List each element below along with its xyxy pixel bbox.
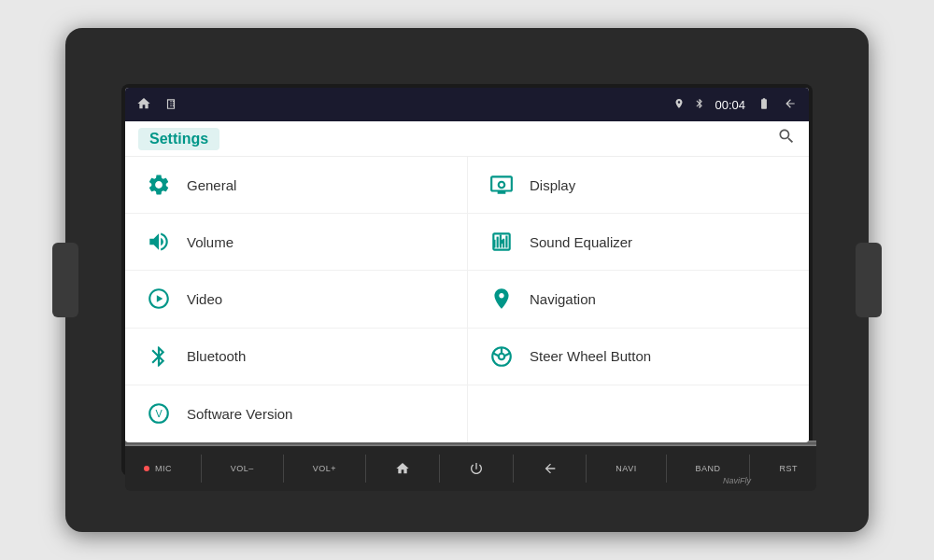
svg-rect-4	[505, 236, 507, 248]
settings-item-video[interactable]: Video	[125, 271, 467, 328]
status-time: 00:04	[715, 98, 745, 112]
separator-1	[201, 455, 202, 483]
rst-label: RST	[779, 464, 798, 473]
display-icon	[487, 170, 517, 200]
search-icon[interactable]	[777, 127, 796, 150]
settings-item-empty	[467, 385, 809, 442]
status-left	[136, 96, 177, 114]
bottom-button-bar: MIC VOL– VOL+	[125, 446, 816, 491]
back-status-icon	[783, 97, 798, 113]
navigation-label: Navigation	[530, 291, 596, 307]
vol-plus-button[interactable]: VOL+	[305, 460, 344, 477]
svg-line-9	[505, 353, 510, 356]
band-button[interactable]: BAND	[688, 460, 729, 477]
svg-rect-3	[502, 239, 504, 248]
home-btn-icon	[395, 461, 410, 476]
svg-line-8	[493, 353, 498, 356]
separator-7	[666, 455, 667, 483]
band-label: BAND	[696, 464, 721, 473]
car-unit: 00:04 Settings	[65, 28, 869, 532]
separator-5	[513, 455, 514, 483]
mic-label: MIC	[155, 464, 172, 473]
status-right: 00:04	[673, 96, 798, 114]
power-btn-icon	[469, 461, 484, 476]
separator-2	[283, 455, 284, 483]
sound-equalizer-label: Sound Equalizer	[530, 234, 632, 250]
home-button[interactable]	[388, 457, 417, 480]
location-status-icon	[673, 97, 685, 113]
svg-rect-1	[497, 237, 499, 248]
settings-item-general[interactable]: General	[125, 157, 467, 214]
separator-4	[439, 455, 440, 483]
navi-label: NAVI	[616, 464, 636, 473]
settings-item-sound-equalizer[interactable]: Sound Equalizer	[467, 214, 809, 271]
settings-title: Settings	[138, 128, 219, 150]
svg-point-6	[499, 353, 505, 359]
settings-item-volume[interactable]: Volume	[125, 214, 467, 271]
software-version-label: Software Version	[187, 406, 292, 422]
screen-bezel: 00:04 Settings	[121, 84, 813, 476]
settings-item-bluetooth[interactable]: Bluetooth	[125, 329, 467, 385]
bluetooth-status-icon	[694, 96, 705, 114]
video-icon	[144, 284, 174, 314]
vol-minus-button[interactable]: VOL–	[223, 460, 262, 477]
settings-grid: General Display	[125, 157, 809, 442]
screen: 00:04 Settings	[125, 88, 809, 442]
mic-dot	[144, 466, 149, 471]
steer-wheel-icon	[487, 342, 517, 371]
back-button[interactable]	[535, 457, 565, 480]
settings-item-display[interactable]: Display	[467, 157, 809, 214]
status-bar: 00:04	[125, 88, 809, 121]
svg-rect-2	[500, 235, 502, 248]
power-button[interactable]	[461, 457, 491, 480]
volume-icon	[144, 227, 174, 257]
back-btn-icon	[543, 461, 558, 476]
steer-wheel-label: Steer Wheel Button	[530, 348, 651, 364]
software-version-icon: V	[144, 399, 174, 428]
bluetooth-label: Bluetooth	[187, 348, 246, 364]
video-label: Video	[187, 291, 222, 307]
svg-text:V: V	[155, 409, 163, 420]
volume-label: Volume	[187, 234, 234, 250]
settings-item-steer-wheel[interactable]: Steer Wheel Button	[467, 329, 809, 385]
navi-button[interactable]: NAVI	[608, 460, 644, 477]
settings-item-software-version[interactable]: V Software Version	[125, 385, 467, 442]
bluetooth-item-icon	[144, 342, 174, 371]
separator-3	[365, 455, 366, 483]
home-status-icon	[136, 96, 151, 114]
general-label: General	[187, 177, 236, 193]
navifly-logo: NaviFly	[723, 476, 751, 485]
vol-minus-label: VOL–	[231, 464, 254, 473]
svg-rect-0	[493, 240, 495, 248]
usb-status-icon	[164, 96, 177, 114]
mic-button[interactable]: MIC	[136, 460, 179, 477]
battery-status-icon	[755, 97, 773, 113]
general-icon	[144, 170, 174, 200]
settings-item-navigation[interactable]: Navigation	[467, 271, 809, 328]
display-label: Display	[530, 177, 575, 193]
separator-6	[586, 455, 587, 483]
vol-plus-label: VOL+	[313, 464, 336, 473]
rst-button[interactable]: RST	[771, 460, 805, 477]
navigation-icon	[487, 284, 517, 314]
equalizer-icon	[487, 227, 517, 257]
settings-header: Settings	[125, 121, 809, 157]
